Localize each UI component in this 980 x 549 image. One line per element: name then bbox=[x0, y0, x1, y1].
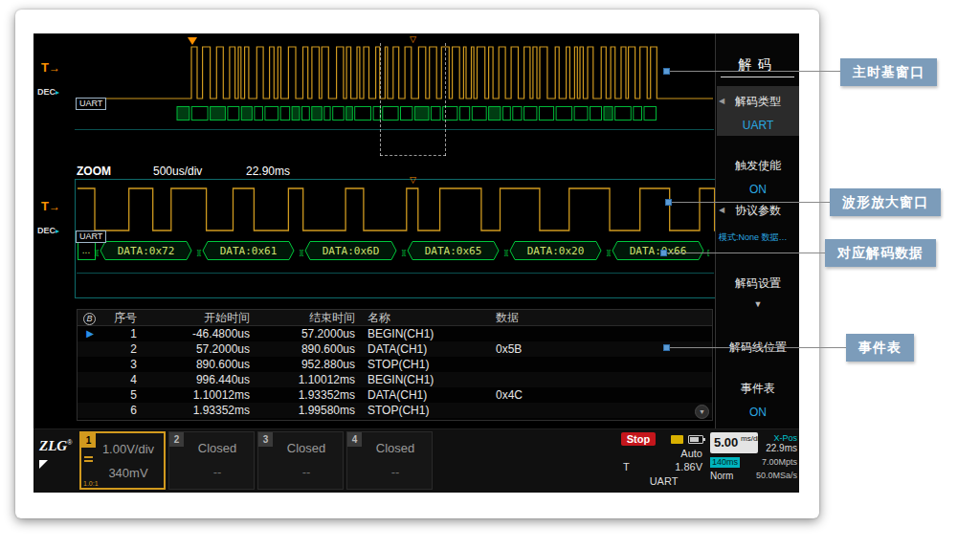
callout-line bbox=[672, 202, 830, 203]
svg-text:DATA:0x61: DATA:0x61 bbox=[220, 245, 278, 257]
menu-item-decode-line-position[interactable]: 解码线位置 bbox=[717, 332, 799, 357]
event-cell: 890.600us bbox=[137, 357, 250, 372]
event-table-row[interactable]: 3890.600us952.880usSTOP(CH1) bbox=[78, 357, 712, 372]
svg-text:DATA:0x66: DATA:0x66 bbox=[630, 245, 687, 257]
scope-screen: T→ DEC▸ UART ▽ ZOOM 500us/div 22.90ms T→… bbox=[33, 33, 799, 493]
trigger-source: T bbox=[623, 461, 630, 472]
coupling-icon bbox=[84, 456, 93, 464]
current-event-arrow-icon bbox=[78, 387, 102, 403]
menu-item-event-table[interactable]: 事件表 ON bbox=[717, 373, 799, 416]
event-cell: 1.10012ms bbox=[137, 387, 250, 403]
zoom-scale-value: 500us/div bbox=[153, 165, 202, 178]
channel-1-box[interactable]: 1 1.00V/div 340mV 1.0:1 bbox=[79, 431, 166, 490]
zoom-region-left-edge[interactable] bbox=[380, 43, 381, 156]
svg-text:][: ][ bbox=[607, 248, 612, 256]
menu-item-decode-type[interactable]: ◀ 解码类型 UART bbox=[717, 86, 799, 136]
menu-item-protocol-params[interactable]: ◀ 协议参数 模式:None 数据… bbox=[717, 195, 799, 251]
menu-item-label: 解码类型 bbox=[717, 94, 799, 110]
event-table-body: ▶1-46.4800us57.2000usBEGIN(CH1)257.2000u… bbox=[78, 326, 712, 418]
decode-label-text: DEC bbox=[37, 87, 56, 97]
trigger-arrow-icon: → bbox=[49, 61, 60, 75]
status-bar: ZLG® 1 1.00V/div 340mV 1.0:1 2 Closed --… bbox=[33, 428, 799, 493]
bus-icon: B bbox=[83, 313, 96, 325]
event-table-header: B 序号 开始时间 结束时间 名称 数据 bbox=[78, 310, 712, 326]
trigger-level-marker-zoom[interactable]: T→ bbox=[41, 199, 60, 213]
menu-item-value: ON bbox=[717, 406, 799, 419]
callout-line bbox=[670, 71, 840, 72]
column-header-index: 序号 bbox=[102, 310, 137, 325]
zoom-waveform bbox=[78, 184, 715, 237]
decode-channel-label-main: DEC▸ bbox=[37, 87, 59, 97]
xpos-label: X-Pos bbox=[759, 433, 797, 443]
menu-item-label: 触发使能 bbox=[717, 158, 799, 174]
callout-line bbox=[667, 253, 825, 253]
channel-2-box[interactable]: 2 Closed -- bbox=[168, 431, 255, 490]
event-cell: 952.880us bbox=[250, 357, 355, 372]
main-waveform bbox=[77, 41, 713, 104]
record-time: 140ms bbox=[710, 457, 740, 468]
decode-label-text: DEC bbox=[37, 226, 56, 235]
record-points: 7.00Mpts bbox=[762, 457, 797, 468]
channel-4-box[interactable]: 4 Closed -- bbox=[346, 431, 433, 490]
chevron-down-icon: ▼ bbox=[717, 299, 799, 309]
main-decode-strip bbox=[77, 104, 713, 122]
xpos-value: 22.9ms bbox=[757, 443, 797, 453]
trigger-level: 1.86V bbox=[675, 461, 702, 472]
event-cell: 1.10012ms bbox=[250, 372, 355, 387]
event-table-row[interactable]: 4996.440us1.10012msBEGIN(CH1) bbox=[78, 372, 712, 387]
timebase-unit: ms/div bbox=[741, 435, 756, 443]
event-cell: 3 bbox=[102, 357, 137, 372]
decode-baseline-zoom bbox=[77, 273, 714, 274]
timebase-display[interactable]: 5.00 ms/div bbox=[710, 432, 758, 453]
event-table-row[interactable]: ▶1-46.4800us57.2000usBEGIN(CH1) bbox=[78, 326, 712, 341]
battery-icon bbox=[688, 435, 703, 444]
event-cell: 996.440us bbox=[137, 372, 250, 387]
menu-item-decode-settings[interactable]: 解码设置 ▼ bbox=[717, 268, 799, 308]
sample-rate: 50.0MSa/s bbox=[756, 471, 797, 480]
channel-offset: -- bbox=[185, 465, 250, 479]
trigger-position-marker-icon[interactable] bbox=[188, 37, 197, 45]
scroll-down-button[interactable]: ▼ bbox=[695, 405, 709, 419]
decode-menu: 解码 ◀ 解码类型 UART 触发使能 ON ◀ 协议参数 模式:None 数据… bbox=[715, 33, 799, 428]
event-cell: BEGIN(CH1) bbox=[355, 326, 486, 341]
acquire-mode: Norm bbox=[710, 471, 733, 481]
event-cell bbox=[486, 372, 712, 387]
channel-2-badge: 2 bbox=[169, 432, 184, 447]
column-header-start-time: 开始时间 bbox=[137, 310, 250, 325]
delay-position-marker-icon[interactable]: ▽ bbox=[410, 34, 416, 44]
trigger-bus: UART bbox=[619, 475, 708, 487]
menu-item-trigger-enable[interactable]: 触发使能 ON bbox=[717, 150, 799, 193]
channel-state: Closed bbox=[274, 441, 339, 455]
menu-item-label: 事件表 bbox=[717, 381, 799, 397]
event-cell: 0x4C bbox=[486, 387, 712, 403]
trigger-level-marker-main[interactable]: T→ bbox=[41, 60, 60, 75]
zoom-offset-value: 22.90ms bbox=[246, 165, 290, 178]
menu-item-value: ON bbox=[717, 183, 799, 196]
trigger-arrow-icon: → bbox=[49, 200, 60, 213]
callout-marker-zoom-window bbox=[665, 199, 672, 206]
current-event-arrow-icon bbox=[78, 372, 102, 387]
svg-text:][: ][ bbox=[504, 248, 509, 256]
run-state-badge[interactable]: Stop bbox=[621, 432, 656, 446]
callout-marker-decode-data bbox=[660, 250, 667, 256]
event-table-row[interactable]: 61.93352ms1.99580msSTOP(CH1) bbox=[78, 403, 712, 418]
delay-position-marker-zoom-icon[interactable]: ▽ bbox=[410, 175, 416, 185]
event-table-row[interactable]: 51.10012ms1.93352msDATA(CH1)0x4C bbox=[78, 387, 712, 403]
event-cell: 1.93352ms bbox=[250, 387, 355, 403]
event-table: B 序号 开始时间 结束时间 名称 数据 ▶1-46.4800us57.2000… bbox=[77, 309, 713, 421]
scope-window: T→ DEC▸ UART ▽ ZOOM 500us/div 22.90ms T→… bbox=[15, 10, 819, 518]
trigger-label: T bbox=[41, 199, 49, 213]
menu-item-label: 解码设置 bbox=[717, 275, 799, 292]
svg-text:...: ... bbox=[82, 245, 90, 255]
event-table-row[interactable]: 257.2000us890.600usDATA(CH1)0x5B bbox=[78, 341, 712, 357]
callout-event-table: 事件表 bbox=[846, 334, 914, 362]
channel-3-box[interactable]: 3 Closed -- bbox=[257, 431, 344, 490]
event-cell: 57.2000us bbox=[137, 341, 250, 357]
zoom-region-right-edge[interactable] bbox=[445, 43, 446, 156]
svg-text:][: ][ bbox=[300, 248, 304, 256]
event-cell: DATA(CH1) bbox=[355, 341, 486, 357]
decode-baseline-main bbox=[75, 129, 714, 130]
event-cell: BEGIN(CH1) bbox=[355, 372, 486, 387]
event-cell: 57.2000us bbox=[250, 326, 355, 341]
menu-item-label: 协议参数 bbox=[717, 203, 799, 219]
